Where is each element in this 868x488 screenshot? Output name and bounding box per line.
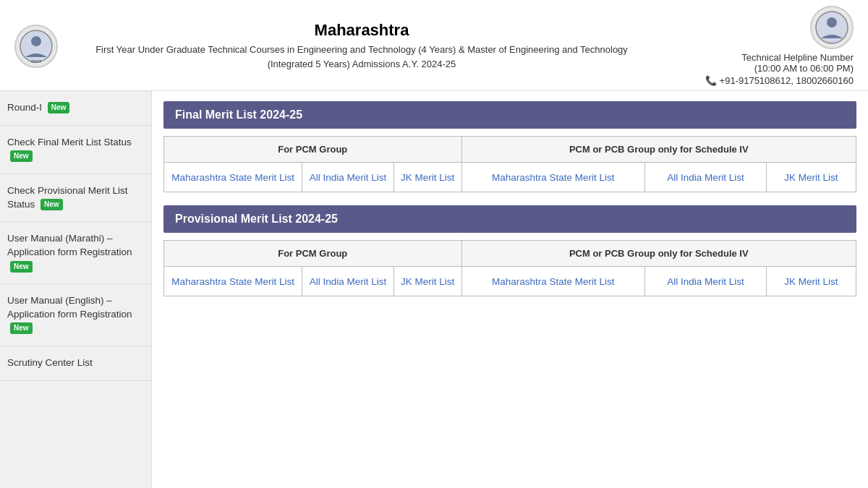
new-badge-user-manual-marathi: New	[10, 261, 33, 273]
main-layout: Round-I New Check Final Merit List Statu…	[0, 91, 868, 488]
page-title: Maharashtra	[72, 21, 651, 40]
sidebar-label-user-manual-marathi: User Manual (Marathi) – Application form…	[7, 233, 132, 257]
final-pcb-header: PCM or PCB Group only for Schedule IV	[461, 137, 856, 163]
prov-pcm-jk-cell: JK Merit List	[393, 267, 461, 296]
new-badge-check-final: New	[10, 150, 33, 162]
helpline-label: Technical Helpline Number	[651, 52, 854, 63]
sidebar-item-scrutiny-center[interactable]: Scrutiny Center List	[0, 346, 151, 381]
provisional-merit-section: Provisional Merit List 2024-25 For PCM G…	[163, 205, 856, 296]
new-badge-round-i: New	[48, 102, 70, 114]
main-content: Final Merit List 2024-25 For PCM Group P…	[152, 91, 868, 488]
svg-point-1	[31, 36, 41, 46]
phone-icon: 📞	[705, 75, 717, 86]
prov-pcm-allindia-cell: All India Merit List	[302, 267, 394, 296]
final-pcb-jk-cell: JK Merit List	[766, 163, 856, 192]
svg-point-4	[827, 17, 837, 27]
final-pcb-allindia-link[interactable]: All India Merit List	[667, 172, 744, 183]
right-logo	[810, 6, 854, 49]
helpline-hours: (10:00 AM to 06:00 PM)	[651, 63, 854, 74]
prov-pcb-jk-cell: JK Merit List	[766, 267, 856, 296]
final-pcm-jk-cell: JK Merit List	[393, 163, 461, 192]
sidebar-label-check-provisional: Check Provisional Merit List Status	[7, 185, 128, 210]
header-center: Maharashtra First Year Under Graduate Te…	[72, 21, 651, 71]
final-pcm-header: For PCM Group	[164, 137, 462, 163]
sidebar-label-user-manual-english: User Manual (English) – Application form…	[7, 295, 132, 320]
final-pcb-state-cell: Maharashtra State Merit List	[461, 163, 645, 192]
provisional-merit-row: Maharashtra State Merit List All India M…	[164, 267, 856, 296]
phone-number: 📞 +91-9175108612, 18002660160	[651, 75, 854, 86]
final-merit-table: For PCM Group PCM or PCB Group only for …	[163, 136, 856, 192]
prov-pcb-allindia-cell: All India Merit List	[645, 267, 767, 296]
header-right: Technical Helpline Number (10:00 AM to 0…	[651, 6, 854, 86]
sidebar-item-round-i[interactable]: Round-I New	[0, 91, 151, 126]
prov-pcb-state-cell: Maharashtra State Merit List	[461, 267, 645, 296]
sidebar-label-round-i: Round-I	[7, 102, 42, 113]
provisional-merit-table: For PCM Group PCM or PCB Group only for …	[163, 240, 856, 296]
prov-pcb-jk-link[interactable]: JK Merit List	[784, 276, 838, 287]
final-pcm-jk-link[interactable]: JK Merit List	[401, 172, 454, 183]
new-badge-user-manual-english: New	[10, 322, 33, 334]
prov-pcb-allindia-link[interactable]: All India Merit List	[667, 276, 744, 287]
sidebar-item-check-provisional[interactable]: Check Provisional Merit List Status New	[0, 174, 151, 223]
sidebar-item-user-manual-marathi[interactable]: User Manual (Marathi) – Application form…	[0, 222, 151, 284]
new-badge-check-provisional: New	[41, 199, 63, 210]
final-pcb-jk-link[interactable]: JK Merit List	[784, 172, 838, 183]
prov-pcb-header: PCM or PCB Group only for Schedule IV	[461, 241, 856, 267]
final-pcm-allindia-link[interactable]: All India Merit List	[310, 172, 387, 183]
final-pcm-allindia-cell: All India Merit List	[302, 163, 394, 192]
prov-pcm-state-link[interactable]: Maharashtra State Merit List	[171, 276, 294, 287]
prov-pcm-header: For PCM Group	[164, 241, 462, 267]
provisional-merit-header: Provisional Merit List 2024-25	[163, 205, 856, 233]
prov-pcm-allindia-link[interactable]: All India Merit List	[310, 276, 387, 287]
sidebar-label-check-final: Check Final Merit List Status	[7, 137, 132, 147]
final-pcm-state-cell: Maharashtra State Merit List	[164, 163, 302, 192]
sidebar: Round-I New Check Final Merit List Statu…	[0, 91, 152, 488]
sidebar-item-check-final[interactable]: Check Final Merit List Status New	[0, 126, 151, 174]
page-header: GOVT Maharashtra First Year Under Gradua…	[0, 0, 868, 91]
svg-text:GOVT: GOVT	[31, 59, 41, 64]
prov-pcm-state-cell: Maharashtra State Merit List	[164, 267, 302, 296]
logo-left: GOVT	[14, 25, 72, 68]
sidebar-label-scrutiny-center: Scrutiny Center List	[7, 357, 93, 368]
prov-pcb-state-link[interactable]: Maharashtra State Merit List	[492, 276, 615, 287]
final-merit-row: Maharashtra State Merit List All India M…	[164, 163, 856, 192]
final-merit-header: Final Merit List 2024-25	[163, 101, 856, 129]
final-pcb-allindia-cell: All India Merit List	[645, 163, 767, 192]
prov-pcm-jk-link[interactable]: JK Merit List	[401, 276, 454, 287]
final-pcm-state-link[interactable]: Maharashtra State Merit List	[171, 172, 294, 183]
sidebar-item-user-manual-english[interactable]: User Manual (English) – Application form…	[0, 284, 151, 346]
page-subtitle: First Year Under Graduate Technical Cour…	[72, 43, 651, 71]
final-merit-section: Final Merit List 2024-25 For PCM Group P…	[163, 101, 856, 192]
left-logo: GOVT	[14, 25, 58, 68]
final-pcb-state-link[interactable]: Maharashtra State Merit List	[492, 172, 615, 183]
